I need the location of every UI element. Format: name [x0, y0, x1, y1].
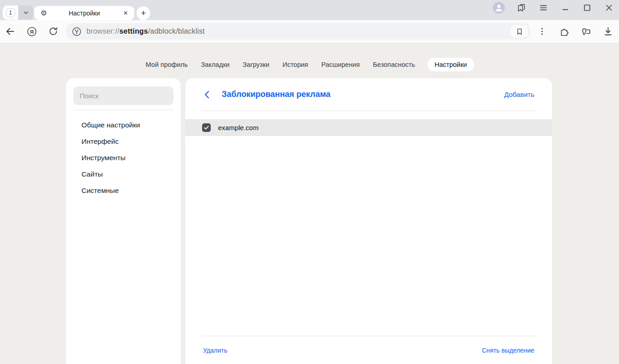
blocked-domain: example.com: [218, 124, 259, 131]
tab-group-control[interactable]: 1: [3, 5, 33, 20]
maximize-icon[interactable]: [582, 3, 592, 13]
nav-settings-active[interactable]: Настройки: [427, 58, 474, 71]
browser-window: 1 ⚙ Настройки × +: [0, 0, 619, 364]
panel-empty-area: [185, 136, 552, 336]
bookmark-button[interactable]: [511, 25, 528, 38]
settings-sidebar: Общие настройки Интерфейс Инструменты Са…: [66, 78, 181, 364]
address-bar[interactable]: browser://settings/adblock/blacklist: [66, 23, 530, 40]
browser-toolbar: Я browser://settings/adblock/blacklist: [0, 20, 619, 43]
sidebar-item-sites[interactable]: Сайты: [73, 166, 173, 182]
add-button[interactable]: Добавить: [504, 91, 534, 98]
clear-selection-button[interactable]: Снять выделение: [482, 347, 534, 354]
user-icon: [493, 2, 505, 14]
sidebar-item-system[interactable]: Системные: [73, 182, 173, 199]
delete-button[interactable]: Удалить: [203, 347, 227, 354]
avatar[interactable]: [493, 2, 505, 14]
sidebar-list: Общие настройки Интерфейс Инструменты Са…: [73, 117, 173, 199]
kebab-menu-icon[interactable]: [537, 26, 548, 37]
nav-bookmarks[interactable]: Закладки: [200, 58, 231, 71]
refresh-icon[interactable]: [48, 26, 59, 37]
nav-downloads[interactable]: Загрузки: [242, 58, 270, 71]
tab-group-indicator[interactable]: 1: [3, 5, 18, 20]
url-text: browser://settings/adblock/blacklist: [86, 27, 205, 35]
page-title: Заблокированная реклама: [222, 90, 330, 99]
nav-extensions[interactable]: Расширения: [320, 58, 360, 71]
nav-security[interactable]: Безопасность: [372, 58, 416, 71]
back-chevron-icon[interactable]: [204, 90, 211, 99]
blacklist-row[interactable]: example.com: [185, 119, 552, 136]
panel-footer: Удалить Снять выделение: [185, 336, 552, 364]
tab-title: Настройки: [47, 10, 122, 17]
new-tab-button[interactable]: +: [137, 6, 150, 20]
url-scheme: browser://: [86, 27, 119, 35]
download-icon[interactable]: [603, 26, 614, 37]
sidebar-item-tools[interactable]: Инструменты: [73, 150, 173, 166]
chevron-down-icon: [22, 9, 30, 16]
side-panel-bookmarks-icon[interactable]: [517, 3, 527, 13]
tab-group-dropdown[interactable]: [18, 5, 33, 20]
blocked-ads-panel: Заблокированная реклама Добавить example…: [185, 78, 552, 364]
bookmark-icon: [515, 27, 524, 36]
tab-count-badge: 1: [6, 8, 15, 17]
back-icon[interactable]: [5, 26, 15, 37]
window-controls: [481, 1, 614, 14]
nav-my-profile[interactable]: Мой профиль: [145, 58, 188, 71]
protect-icon: [71, 26, 82, 37]
close-icon[interactable]: [604, 3, 614, 13]
sidebar-item-general[interactable]: Общие настройки: [73, 117, 173, 133]
gear-icon: ⚙: [41, 10, 47, 17]
settings-top-nav: Мой профиль Закладки Загрузки История Ра…: [0, 57, 619, 71]
url-host: settings: [119, 27, 148, 35]
minimize-icon[interactable]: [560, 3, 570, 13]
extensions-puzzle-icon[interactable]: [559, 26, 570, 37]
yandex-logo-icon[interactable]: Я: [26, 26, 37, 37]
sidebar-item-interface[interactable]: Интерфейс: [73, 133, 173, 150]
row-checkbox-checked[interactable]: [202, 123, 211, 132]
checkmark-icon: [203, 125, 209, 131]
nav-history[interactable]: История: [282, 58, 309, 71]
browser-tab-settings[interactable]: ⚙ Настройки ×: [34, 6, 134, 20]
settings-page: Мой профиль Закладки Загрузки История Ра…: [0, 44, 619, 364]
tab-close-icon[interactable]: ×: [122, 8, 130, 18]
tab-bar: 1 ⚙ Настройки × +: [0, 0, 619, 20]
header-divider: [202, 111, 536, 111]
url-path: /adblock/blacklist: [148, 27, 205, 35]
search-input[interactable]: [73, 86, 173, 105]
collections-icon[interactable]: [581, 26, 592, 37]
menu-icon[interactable]: [538, 3, 548, 13]
svg-text:Я: Я: [30, 29, 34, 34]
sidebar-divider: [73, 110, 173, 110]
panel-header: Заблокированная реклама Добавить: [185, 78, 552, 111]
